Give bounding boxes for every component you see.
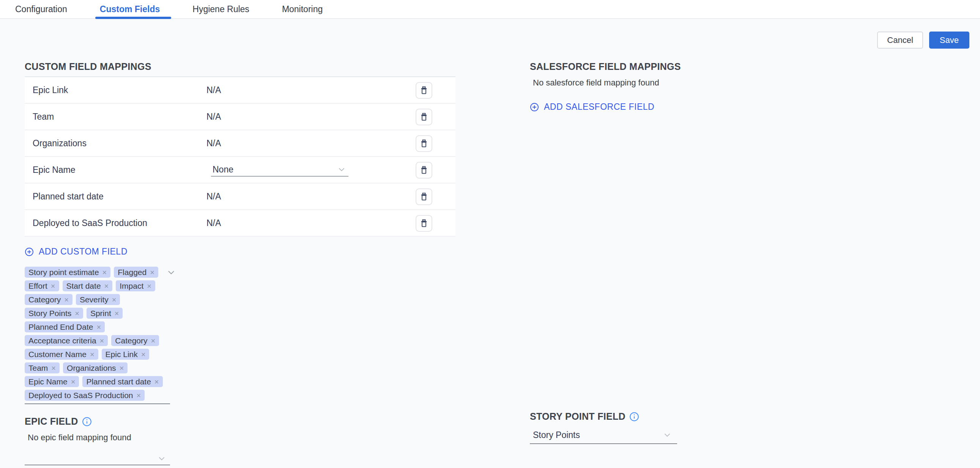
chip-row: Deployed to SaaS Production×	[25, 390, 184, 401]
delete-button[interactable]	[415, 109, 432, 125]
chip-label: Customer Name	[29, 350, 86, 359]
story-point-field-select[interactable]: Story Points	[530, 426, 677, 444]
story-point-field-title: STORY POINT FIELD	[530, 411, 689, 422]
table-row: Deployed to SaaS ProductionN/A	[25, 210, 455, 236]
save-button[interactable]: Save	[929, 32, 969, 49]
info-icon[interactable]	[82, 417, 92, 426]
add-salesforce-field-button[interactable]: ADD SALESFORCE FIELD	[530, 102, 654, 112]
salesforce-field-mappings-title: SALESFORCE FIELD MAPPINGS	[530, 61, 970, 72]
chip-label: Sprint	[90, 309, 111, 318]
chip-remove-icon[interactable]: ×	[71, 378, 76, 386]
cancel-button[interactable]: Cancel	[877, 32, 923, 49]
chip-remove-icon[interactable]: ×	[100, 337, 104, 345]
table-row: Epic LinkN/A	[25, 77, 455, 104]
table-row: OrganizationsN/A	[25, 130, 455, 157]
trash-icon	[419, 85, 428, 95]
trash-icon	[419, 192, 428, 202]
tab-monitoring[interactable]: Monitoring	[277, 0, 327, 18]
field-chip: Epic Link×	[102, 349, 150, 360]
chip-label: Epic Name	[29, 377, 68, 387]
chip-label: Epic Link	[105, 350, 138, 359]
field-chip: Story Points×	[25, 308, 83, 319]
field-chip: Severity×	[76, 294, 120, 305]
chip-label: Category	[115, 336, 147, 345]
chip-remove-icon[interactable]: ×	[141, 351, 146, 358]
chip-remove-icon[interactable]: ×	[115, 310, 119, 317]
trash-icon	[419, 219, 428, 228]
delete-button[interactable]	[415, 135, 432, 152]
field-label: Deployed to SaaS Production	[25, 218, 207, 228]
chevron-down-icon[interactable]	[166, 267, 176, 277]
chip-remove-icon[interactable]: ×	[119, 364, 124, 372]
delete-button[interactable]	[415, 188, 432, 205]
story-point-select-value: Story Points	[533, 430, 580, 440]
field-chip: Team×	[25, 363, 60, 374]
chip-remove-icon[interactable]: ×	[154, 378, 159, 386]
chip-label: Effort	[29, 281, 48, 291]
salesforce-column: SALESFORCE FIELD MAPPINGS No salesforce …	[530, 61, 970, 112]
field-label: Team	[25, 112, 207, 122]
tab-configuration[interactable]: Configuration	[11, 0, 72, 18]
chip-label: Severity	[80, 295, 108, 304]
chip-label: Impact	[119, 281, 143, 291]
info-icon[interactable]	[629, 412, 639, 422]
chip-remove-icon[interactable]: ×	[51, 282, 56, 290]
chip-label: Flagged	[118, 268, 146, 277]
chevron-down-icon	[337, 165, 346, 174]
table-row: Planned start dateN/A	[25, 184, 455, 210]
chip-label: Acceptance criteria	[29, 336, 96, 345]
table-row: Epic NameNone	[25, 157, 455, 184]
chip-row: Customer Name×Epic Link×	[25, 349, 184, 360]
action-buttons: Cancel Save	[877, 32, 969, 49]
tab-custom-fields[interactable]: Custom Fields	[95, 0, 164, 18]
chip-remove-icon[interactable]: ×	[96, 323, 101, 331]
add-custom-field-button[interactable]: ADD CUSTOM FIELD	[25, 246, 127, 257]
field-chip: Epic Name×	[25, 376, 79, 387]
custom-field-mappings-title: CUSTOM FIELD MAPPINGS	[25, 61, 455, 72]
field-label: Epic Link	[25, 85, 207, 95]
trash-icon	[419, 165, 428, 175]
salesforce-field-mappings-title-text: SALESFORCE FIELD MAPPINGS	[530, 61, 681, 72]
chip-remove-icon[interactable]: ×	[90, 351, 94, 358]
chip-row: Category×Severity×	[25, 294, 184, 305]
field-label: Organizations	[25, 138, 207, 149]
trash-icon	[419, 112, 428, 122]
custom-field-mappings-title-text: CUSTOM FIELD MAPPINGS	[25, 61, 151, 72]
chip-remove-icon[interactable]: ×	[112, 296, 116, 303]
field-chip: Effort×	[25, 280, 59, 291]
field-select[interactable]: None	[211, 163, 348, 177]
tab-hygiene-rules[interactable]: Hygiene Rules	[188, 0, 254, 18]
field-chip: Category×	[111, 335, 159, 346]
field-value: N/A	[207, 112, 221, 122]
chip-remove-icon[interactable]: ×	[64, 296, 69, 303]
trash-icon	[419, 139, 428, 149]
available-fields-underline	[25, 403, 170, 404]
chip-remove-icon[interactable]: ×	[137, 391, 141, 399]
add-custom-field-label: ADD CUSTOM FIELD	[39, 246, 127, 257]
delete-button[interactable]	[415, 215, 432, 232]
chip-label: Team	[29, 364, 48, 373]
field-value: N/A	[207, 138, 221, 149]
field-chip: Organizations×	[63, 363, 127, 374]
chip-row: Planned End Date×	[25, 321, 184, 332]
tab-bar: ConfigurationCustom FieldsHygiene RulesM…	[0, 0, 980, 19]
chip-remove-icon[interactable]: ×	[147, 282, 151, 290]
chip-label: Planned End Date	[29, 323, 93, 332]
chip-label: Organizations	[67, 364, 116, 373]
chip-remove-icon[interactable]: ×	[51, 364, 56, 372]
epic-field-select[interactable]	[25, 449, 170, 465]
chip-remove-icon[interactable]: ×	[150, 268, 154, 276]
chip-remove-icon[interactable]: ×	[104, 282, 109, 290]
epic-field-title-text: EPIC FIELD	[25, 416, 78, 427]
field-chip: Start date×	[63, 280, 113, 291]
field-select-value: None	[213, 165, 234, 175]
story-point-field-section: STORY POINT FIELD Story Points	[530, 411, 689, 444]
delete-button[interactable]	[415, 162, 432, 179]
field-chip: Flagged×	[114, 267, 158, 278]
add-salesforce-field-label: ADD SALESFORCE FIELD	[544, 102, 654, 112]
chip-remove-icon[interactable]: ×	[151, 337, 156, 345]
chip-remove-icon[interactable]: ×	[75, 310, 80, 317]
custom-fields-column: CUSTOM FIELD MAPPINGS Epic LinkN/ATeamN/…	[25, 61, 455, 465]
chip-remove-icon[interactable]: ×	[102, 268, 107, 276]
delete-button[interactable]	[415, 82, 432, 99]
